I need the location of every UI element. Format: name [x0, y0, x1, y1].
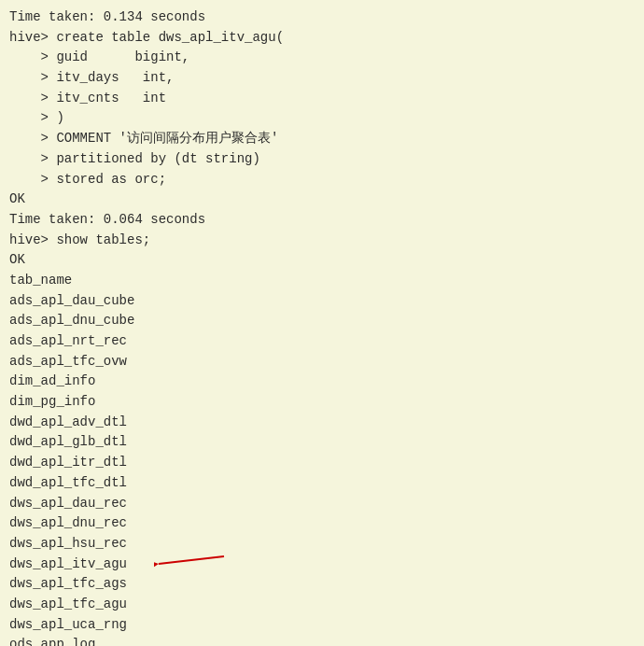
line-ads-apl-tfc-ovw: ads_apl_tfc_ovw	[9, 352, 635, 372]
line-dws-apl-uca-rng: dws_apl_uca_rng	[9, 615, 635, 636]
line-dws-apl-hsu-rec: dws_apl_hsu_rec	[9, 534, 635, 555]
line-ads-apl-dnu-cube: ads_apl_dnu_cube	[9, 311, 635, 331]
line-time-taken-2: Time taken: 0.064 seconds	[9, 210, 635, 231]
line-show-tables: hive> show tables;	[9, 231, 635, 251]
line-dim-pg-info: dim_pg_info	[9, 392, 635, 413]
svg-line-1	[159, 556, 224, 564]
line-ads-apl-nrt-rec: ads_apl_nrt_rec	[9, 331, 635, 352]
line-itv-cnts: > itv_cnts int	[9, 89, 635, 109]
line-tab-name-header: tab_name	[9, 271, 635, 291]
line-dws-apl-dnu-rec: dws_apl_dnu_rec	[9, 513, 635, 534]
line-comment: > COMMENT '访问间隔分布用户聚合表'	[9, 129, 635, 149]
line-create-table: hive> create table dws_apl_itv_agu(	[9, 28, 635, 49]
red-arrow-icon	[154, 554, 229, 574]
line-ods-app-log: ods_app_log	[9, 635, 635, 646]
line-dwd-apl-tfc-dtl: dwd_apl_tfc_dtl	[9, 473, 635, 494]
line-dwd-apl-adv-dtl: dwd_apl_adv_dtl	[9, 413, 635, 433]
terminal-window: Time taken: 0.134 seconds hive> create t…	[0, 0, 644, 646]
line-dim-ad-info: dim_ad_info	[9, 372, 635, 392]
line-dwd-apl-itr-dtl: dwd_apl_itr_dtl	[9, 453, 635, 473]
line-stored: > stored as orc;	[9, 170, 635, 190]
line-dws-apl-tfc-ags: dws_apl_tfc_ags	[9, 574, 635, 595]
dws-apl-itv-agu-text: dws_apl_itv_agu	[9, 555, 127, 575]
line-dwd-apl-glb-dtl: dwd_apl_glb_dtl	[9, 432, 635, 453]
line-partitioned: > partitioned by (dt string)	[9, 149, 635, 170]
line-dws-apl-dau-rec: dws_apl_dau_rec	[9, 494, 635, 514]
line-close-paren: > )	[9, 108, 635, 129]
line-ads-apl-dau-cube: ads_apl_dau_cube	[9, 291, 635, 312]
line-dws-apl-itv-agu: dws_apl_itv_agu	[9, 555, 635, 575]
line-itv-days: > itv_days int,	[9, 68, 635, 89]
line-guid: > guid bigint,	[9, 48, 635, 68]
line-ok-1: OK	[9, 190, 635, 210]
line-dws-apl-tfc-agu: dws_apl_tfc_agu	[9, 595, 635, 615]
line-ok-2: OK	[9, 250, 635, 271]
line-time-taken-1: Time taken: 0.134 seconds	[9, 7, 635, 28]
